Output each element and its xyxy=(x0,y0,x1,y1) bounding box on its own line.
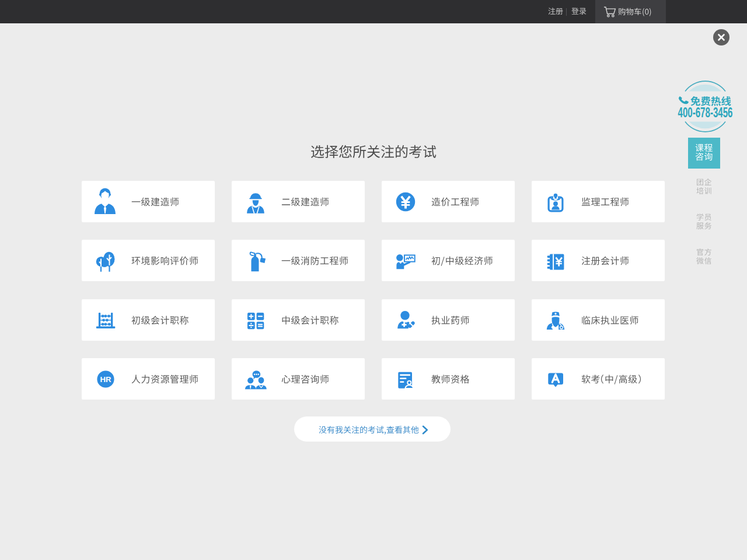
svg-text:HR: HR xyxy=(100,374,111,383)
